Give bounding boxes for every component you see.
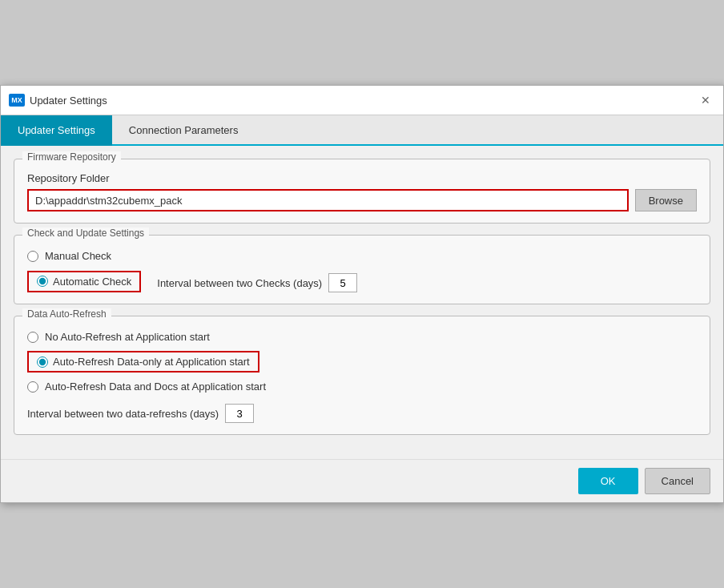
check-radio-group: Manual Check Automatic Check Interval be… xyxy=(27,250,697,292)
repository-folder-input[interactable] xyxy=(27,189,629,211)
automatic-check-row: Automatic Check Interval between two Che… xyxy=(27,270,697,292)
data-docs-refresh-row: Auto-Refresh Data and Docs at Applicatio… xyxy=(27,381,697,393)
close-button[interactable]: ✕ xyxy=(696,92,715,108)
cancel-button[interactable]: Cancel xyxy=(645,468,710,494)
title-bar: MX Updater Settings ✕ xyxy=(1,86,723,115)
footer: OK Cancel xyxy=(1,459,723,502)
automatic-check-highlighted: Automatic Check xyxy=(27,271,141,292)
data-docs-refresh-radio[interactable] xyxy=(27,381,38,393)
automatic-check-radio[interactable] xyxy=(37,276,48,287)
mx-logo-icon: MX xyxy=(9,94,25,107)
tab-updater-settings[interactable]: Updater Settings xyxy=(1,115,112,146)
manual-check-label: Manual Check xyxy=(45,250,111,262)
data-auto-refresh-label: Data Auto-Refresh xyxy=(22,308,111,320)
data-auto-refresh-group: Data Auto-Refresh No Auto-Refresh at App… xyxy=(14,316,710,435)
data-only-refresh-radio[interactable] xyxy=(37,356,48,368)
refresh-interval-row: Interval between two data-refreshs (days… xyxy=(27,404,697,423)
data-only-refresh-row: Auto-Refresh Data-only at Application st… xyxy=(27,351,697,373)
refresh-radio-group: No Auto-Refresh at Application start Aut… xyxy=(27,331,697,423)
ok-button[interactable]: OK xyxy=(578,468,638,494)
data-only-refresh-highlighted: Auto-Refresh Data-only at Application st… xyxy=(27,351,259,373)
window-title: Updater Settings xyxy=(30,95,107,107)
data-only-refresh-label: Auto-Refresh Data-only at Application st… xyxy=(53,356,250,368)
no-auto-refresh-radio[interactable] xyxy=(27,332,38,343)
firmware-repository-label: Firmware Repository xyxy=(22,151,121,163)
check-interval-row: Interval between two Checks (days) xyxy=(157,273,357,292)
automatic-check-label: Automatic Check xyxy=(53,276,131,288)
title-bar-left: MX Updater Settings xyxy=(9,94,107,107)
check-update-label: Check and Update Settings xyxy=(22,228,149,239)
refresh-interval-label: Interval between two data-refreshs (days… xyxy=(27,408,219,420)
refresh-interval-input[interactable] xyxy=(225,404,254,423)
no-auto-refresh-row: No Auto-Refresh at Application start xyxy=(27,331,697,343)
repository-folder-label: Repository Folder xyxy=(27,172,697,184)
updater-settings-window: MX Updater Settings ✕ Updater Settings C… xyxy=(0,85,724,503)
check-interval-label: Interval between two Checks (days) xyxy=(157,277,322,289)
browse-button[interactable]: Browse xyxy=(635,189,697,211)
tab-connection-parameters[interactable]: Connection Parameters xyxy=(112,115,255,144)
data-docs-refresh-label: Auto-Refresh Data and Docs at Applicatio… xyxy=(45,381,266,393)
manual-check-row: Manual Check xyxy=(27,250,697,262)
check-interval-input[interactable] xyxy=(328,273,357,292)
manual-check-radio[interactable] xyxy=(27,251,38,262)
check-update-group: Check and Update Settings Manual Check A… xyxy=(14,235,710,304)
main-content: Firmware Repository Repository Folder Br… xyxy=(1,146,723,459)
repository-folder-row: Browse xyxy=(27,189,697,211)
tab-bar: Updater Settings Connection Parameters xyxy=(1,115,723,146)
no-auto-refresh-label: No Auto-Refresh at Application start xyxy=(45,331,210,343)
firmware-repository-group: Firmware Repository Repository Folder Br… xyxy=(14,159,710,224)
